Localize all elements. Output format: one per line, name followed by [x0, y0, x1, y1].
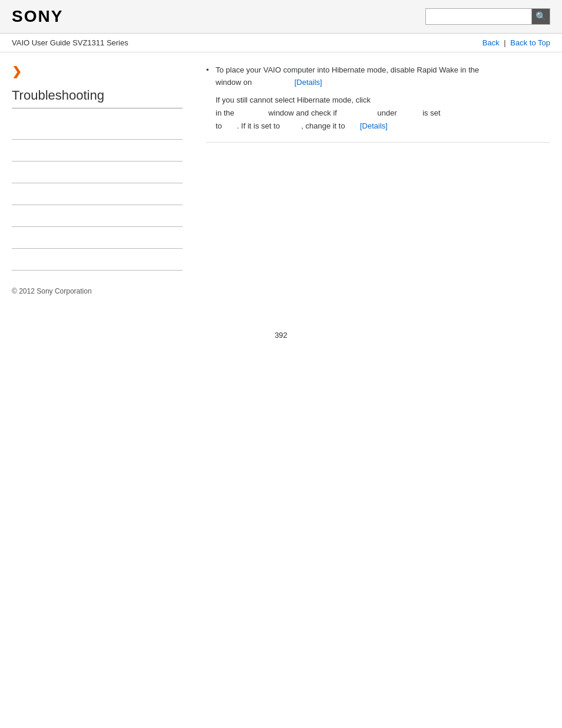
- para-line2-isset: is set: [422, 108, 440, 117]
- sidebar-nav-link[interactable]: [12, 146, 14, 155]
- sidebar-nav: [12, 118, 183, 271]
- search-button[interactable]: 🔍: [531, 8, 550, 25]
- header: SONY 🔍: [0, 0, 562, 34]
- search-icon: 🔍: [535, 11, 547, 22]
- content-paragraph: If you still cannot select Hibernate mod…: [216, 94, 550, 133]
- bullet-line1: To place your VAIO computer into Hiberna…: [216, 65, 479, 74]
- sidebar-nav-link[interactable]: [12, 124, 14, 133]
- bullet-line2-prefix: window on: [216, 78, 252, 87]
- page-number: 392: [275, 331, 287, 340]
- para-line2-under: under: [378, 108, 397, 117]
- nav-links: Back | Back to Top: [482, 38, 550, 47]
- sidebar-nav-link[interactable]: [12, 168, 14, 177]
- search-input[interactable]: [425, 8, 531, 25]
- list-item[interactable]: [12, 162, 183, 183]
- nav-separator: |: [504, 38, 505, 47]
- chevron-right-icon: ❯: [12, 64, 22, 78]
- sidebar: ❯ Troubleshooting © 2012 Sony Corporatio…: [12, 64, 194, 295]
- content-area: To place your VAIO computer into Hiberna…: [194, 64, 550, 295]
- para-line3-changeit: , change it to: [301, 121, 345, 130]
- list-item[interactable]: [12, 227, 183, 249]
- para-line1: If you still cannot select Hibernate mod…: [216, 95, 371, 104]
- bullet-list: To place your VAIO computer into Hiberna…: [206, 64, 550, 89]
- list-item[interactable]: [12, 118, 183, 140]
- sony-logo: SONY: [12, 7, 63, 26]
- sidebar-nav-link[interactable]: [12, 233, 14, 242]
- sidebar-nav-link[interactable]: [12, 190, 14, 199]
- para-line2-mid: window and check if: [269, 108, 337, 117]
- para-line3-prefix: to: [216, 121, 222, 130]
- search-area: 🔍: [425, 8, 550, 25]
- nav-bar: VAIO User Guide SVZ1311 Series Back | Ba…: [0, 34, 562, 52]
- main-content: ❯ Troubleshooting © 2012 Sony Corporatio…: [0, 52, 562, 307]
- sidebar-nav-link[interactable]: [12, 212, 14, 220]
- list-item[interactable]: [12, 183, 183, 205]
- list-item: To place your VAIO computer into Hiberna…: [206, 64, 550, 89]
- copyright: © 2012 Sony Corporation: [12, 287, 183, 295]
- back-to-top-link[interactable]: Back to Top: [510, 38, 550, 47]
- para-line2-prefix: in the: [216, 108, 234, 117]
- back-link[interactable]: Back: [482, 38, 500, 47]
- section-title: Troubleshooting: [12, 88, 183, 108]
- details-link-2[interactable]: [Details]: [360, 121, 388, 130]
- list-item[interactable]: [12, 249, 183, 271]
- para-line3-ifset: . If it is set to: [237, 121, 280, 130]
- details-link-1[interactable]: [Details]: [295, 78, 322, 87]
- breadcrumb: VAIO User Guide SVZ1311 Series: [12, 38, 128, 47]
- content-section: To place your VAIO computer into Hiberna…: [206, 64, 550, 143]
- sidebar-nav-link[interactable]: [12, 255, 14, 264]
- list-item[interactable]: [12, 205, 183, 227]
- list-item[interactable]: [12, 140, 183, 162]
